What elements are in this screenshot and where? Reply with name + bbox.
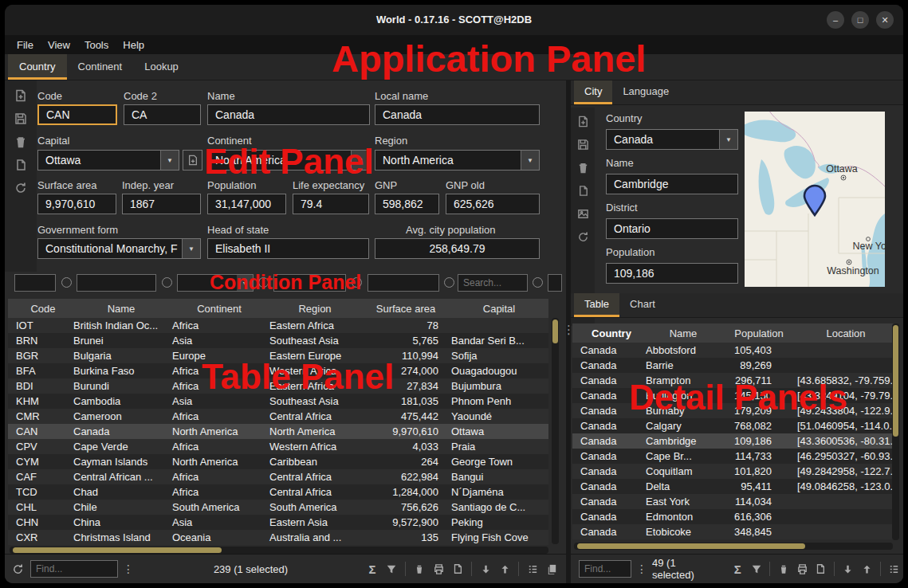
head-of-state-field[interactable] [207, 238, 369, 259]
more-options-icon[interactable]: ⋮ [631, 563, 652, 575]
city-district-field[interactable] [606, 218, 738, 239]
name-field[interactable] [207, 104, 370, 125]
menu-view[interactable]: View [41, 39, 77, 51]
list-view-icon[interactable] [523, 561, 542, 577]
city-country-combo[interactable]: Canada ▼ [606, 129, 738, 150]
column-header[interactable]: Code [14, 303, 72, 315]
city-map[interactable]: Ottawa New Yo Washington [745, 112, 885, 287]
capital-combo[interactable]: Ottawa ▼ [37, 150, 179, 171]
find-input[interactable] [579, 560, 631, 578]
condition-extra-field[interactable] [548, 274, 562, 292]
table-row[interactable]: CanadaCambridge109,186[43.3600536, -80.3… [572, 433, 896, 449]
menu-tools[interactable]: Tools [77, 39, 116, 51]
column-header[interactable]: Name [644, 327, 722, 339]
horizontal-scrollbar[interactable] [574, 543, 893, 550]
scrollbar-thumb[interactable] [577, 543, 805, 549]
table-row[interactable]: CPVCape VerdeAfricaWestern Africa4,033Pr… [8, 439, 548, 454]
table-row[interactable]: CanadaEdmonton616,306 [572, 509, 896, 524]
delete-icon[interactable] [410, 561, 429, 577]
tab-continent[interactable]: Continent [67, 54, 134, 80]
document-icon[interactable] [812, 561, 830, 577]
column-header[interactable]: Capital [450, 303, 548, 315]
table-row[interactable]: CANCanadaNorth AmericaNorth America9,970… [8, 424, 548, 439]
column-header[interactable]: Country [579, 327, 644, 339]
menu-help[interactable]: Help [116, 39, 151, 51]
indep-year-field[interactable] [122, 194, 201, 214]
horizontal-scrollbar[interactable] [10, 547, 548, 554]
table-row[interactable]: CanadaCape Br...114,733[46.2950327, -60.… [572, 449, 896, 464]
city-name-field[interactable] [606, 174, 738, 194]
column-header[interactable]: Region [268, 303, 362, 315]
arrow-up-icon[interactable] [857, 561, 875, 577]
search-input[interactable] [458, 274, 528, 292]
goto-capital-button[interactable] [183, 150, 202, 171]
condition-toggle-icon[interactable] [61, 277, 72, 288]
local-name-field[interactable] [375, 104, 540, 125]
image-icon[interactable] [576, 206, 590, 221]
table-row[interactable]: IOTBritish Indian Oc...AfricaEastern Afr… [8, 318, 548, 333]
print-icon[interactable] [792, 561, 811, 577]
city-population-field[interactable] [606, 263, 738, 284]
government-form-combo[interactable]: Constitutional Monarchy, F ▼ [37, 238, 201, 259]
vertical-scrollbar[interactable] [892, 323, 899, 540]
chevron-down-icon[interactable]: ▼ [160, 151, 179, 170]
chevron-down-icon[interactable]: ▼ [719, 130, 737, 149]
chevron-down-icon[interactable]: ▼ [521, 151, 539, 170]
table-row[interactable]: CanadaCalgary768,082[51.0460954, -114.0.… [572, 418, 896, 433]
tab-lookup[interactable]: Lookup [133, 54, 190, 80]
document-icon[interactable] [448, 561, 467, 577]
copy-icon[interactable] [14, 158, 28, 172]
aggregate-icon[interactable]: Σ [363, 561, 382, 577]
life-expectancy-field[interactable] [293, 194, 369, 214]
code2-field[interactable] [124, 104, 201, 125]
country-table-header[interactable]: Code Name Continent Region Surface area … [8, 299, 548, 318]
list-view-icon[interactable] [885, 561, 903, 577]
new-record-icon[interactable] [14, 88, 28, 103]
table-row[interactable]: CYMCayman IslandsNorth AmericaCaribbean2… [8, 454, 548, 469]
refresh-icon[interactable] [14, 181, 28, 195]
delete-icon[interactable] [774, 561, 792, 577]
column-header[interactable]: Name [72, 303, 171, 315]
scrollbar-thumb[interactable] [893, 325, 898, 437]
column-header[interactable]: Continent [171, 303, 268, 315]
table-row[interactable]: CXRChristmas IslandOceaniaAustralia and … [8, 530, 548, 545]
more-options-icon[interactable]: ⋮ [118, 563, 139, 575]
table-row[interactable]: CanadaCoquitlam101,820[49.2842958, -122.… [572, 464, 896, 479]
avg-city-population-field[interactable] [375, 238, 540, 259]
vertical-scrollbar[interactable] [552, 318, 559, 544]
gnp-field[interactable] [375, 194, 439, 214]
close-button[interactable]: ✕ [876, 11, 894, 29]
surface-area-field[interactable] [37, 194, 116, 214]
condition-code-field[interactable] [14, 274, 56, 292]
tab-language[interactable]: Language [612, 80, 679, 104]
find-input[interactable] [30, 560, 118, 578]
title-bar[interactable]: World - 0.17.16 - SCOTT@H2DB – □ ✕ [5, 5, 903, 35]
code-field[interactable] [37, 104, 117, 125]
table-row[interactable]: CHLChileSouth AmericaSouth America756,62… [8, 500, 548, 515]
refresh-icon[interactable] [576, 229, 590, 244]
condition-toggle-icon[interactable] [533, 277, 543, 288]
table-row[interactable]: CAFCentral African ...AfricaCentral Afri… [8, 469, 548, 484]
arrow-down-icon[interactable] [476, 561, 495, 577]
refresh-icon[interactable] [8, 561, 27, 577]
table-row[interactable]: CanadaEtobicoke348,845 [572, 524, 896, 539]
print-icon[interactable] [429, 561, 448, 577]
table-row[interactable]: CanadaAbbotsford105,403 [572, 343, 896, 358]
table-row[interactable]: CHNChinaAsiaEastern Asia9,572,900Peking [8, 515, 548, 530]
tab-city[interactable]: City [574, 80, 612, 104]
column-header[interactable]: Population [722, 327, 796, 339]
gnp-old-field[interactable] [446, 194, 540, 214]
condition-toggle-icon[interactable] [162, 277, 172, 288]
table-row[interactable]: BRNBruneiAsiaSoutheast Asia5,765Bandar S… [8, 333, 548, 348]
maximize-button[interactable]: □ [851, 11, 869, 29]
minimize-button[interactable]: – [827, 11, 844, 29]
region-combo[interactable]: North America ▼ [375, 150, 540, 171]
scrollbar-thumb[interactable] [13, 547, 222, 553]
table-row[interactable]: CanadaEast York114,034 [572, 494, 896, 509]
table-row[interactable]: CMRCameroonAfricaCentral Africa475,442Ya… [8, 409, 548, 424]
table-row[interactable]: CanadaDelta95,411[49.0846258, -123.0... [572, 479, 896, 494]
copies-icon[interactable] [542, 561, 561, 577]
splitter-handle-icon[interactable]: ⋮ [563, 319, 574, 340]
tab-table[interactable]: Table [574, 293, 619, 317]
filter-icon[interactable] [382, 561, 401, 577]
